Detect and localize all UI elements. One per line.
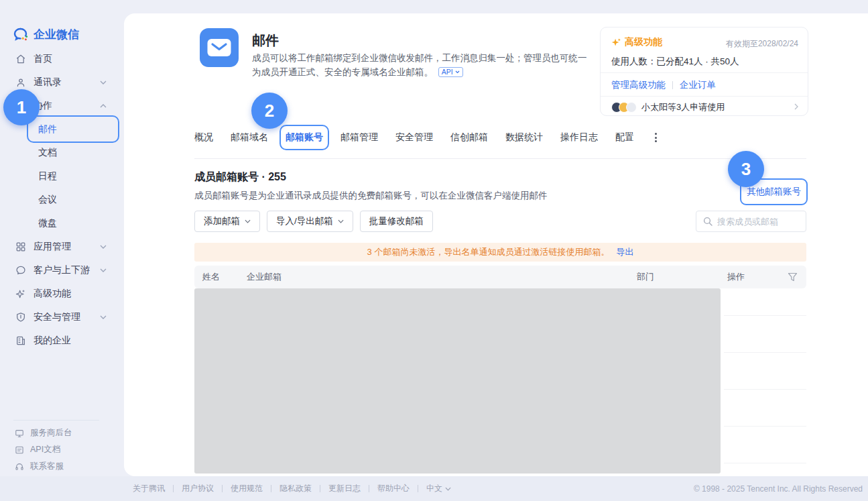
copyright-text: © 1998 - 2025 Tencent Inc. All Rights Re… bbox=[694, 484, 863, 494]
import-export-button[interactable]: 导入/导出邮箱 bbox=[267, 211, 353, 232]
footer-link-usage-rules[interactable]: 使用规范 bbox=[231, 483, 263, 494]
column-name: 姓名 bbox=[202, 266, 220, 288]
batch-edit-label: 批量修改邮箱 bbox=[369, 215, 424, 227]
search-input[interactable] bbox=[717, 217, 799, 227]
document-icon bbox=[15, 445, 24, 455]
sidebar-item-docs[interactable]: 文档 bbox=[0, 141, 124, 164]
api-badge[interactable]: API bbox=[438, 67, 463, 77]
footer-link-about-tencent[interactable]: 关于腾讯 bbox=[133, 483, 165, 494]
api-badge-label: API bbox=[442, 65, 453, 79]
sidebar-item-label: API文档 bbox=[30, 444, 60, 455]
chevron-right-icon bbox=[794, 103, 798, 110]
sidebar-item-customers[interactable]: 客户与上下游 bbox=[0, 258, 124, 282]
page-description-text: 成员可以将工作邮箱绑定到企业微信收发邮件，工作消息归集一处；管理员也可统一为成员… bbox=[252, 53, 587, 77]
batch-edit-button[interactable]: 批量修改邮箱 bbox=[360, 211, 433, 232]
page-footer: 关于腾讯 用户协议 使用规范 隐私政策 更新日志 帮助中心 中文 © 1998 … bbox=[0, 476, 868, 501]
sidebar-divider bbox=[13, 420, 99, 421]
company-order-link[interactable]: 企业订单 bbox=[680, 79, 716, 91]
sidebar-item-meeting[interactable]: 会议 bbox=[0, 188, 124, 211]
other-mail-accounts-label: 其他邮箱账号 bbox=[747, 186, 801, 198]
tabs-divider bbox=[194, 158, 806, 159]
sidebar-item-drive[interactable]: 微盘 bbox=[0, 211, 124, 235]
footer-link-help-center[interactable]: 帮助中心 bbox=[377, 483, 410, 494]
link-separator bbox=[672, 81, 673, 89]
sidebar-item-label: 应用管理 bbox=[34, 241, 71, 253]
tab-operation-log[interactable]: 操作日志 bbox=[560, 131, 598, 144]
annotation-marker-3: 3 bbox=[728, 151, 764, 187]
sidebar-item-label: 邮件 bbox=[38, 123, 57, 135]
tab-overview[interactable]: 概况 bbox=[194, 131, 213, 144]
premium-feature-label: 高级功能 bbox=[625, 36, 662, 48]
sidebar-item-label: 高级功能 bbox=[34, 288, 71, 300]
sidebar-item-my-company[interactable]: 我的企业 bbox=[0, 329, 124, 352]
filter-funnel-icon[interactable] bbox=[788, 272, 798, 282]
search-box bbox=[696, 211, 806, 232]
column-department: 部门 bbox=[637, 266, 654, 288]
validity-date: 有效期至2028/02/24 bbox=[726, 38, 798, 50]
language-selector[interactable]: 中文 bbox=[426, 483, 451, 494]
main-content: 邮件 成员可以将工作邮箱绑定到企业微信收发邮件，工作消息归集一处；管理员也可统一… bbox=[124, 13, 868, 476]
table-row-divider bbox=[724, 352, 806, 353]
sidebar-item-label: 文档 bbox=[38, 147, 57, 159]
sidebar-item-security-manage[interactable]: 安全与管理 bbox=[0, 305, 124, 329]
column-company-email: 企业邮箱 bbox=[247, 266, 282, 288]
usage-count: 使用人数：已分配41人 · 共50人 bbox=[611, 56, 739, 68]
tab-data-stats[interactable]: 数据统计 bbox=[505, 131, 543, 144]
search-icon bbox=[703, 217, 712, 226]
promo-divider bbox=[601, 96, 808, 97]
mail-app-icon bbox=[200, 28, 239, 67]
sidebar-item-premium-features[interactable]: 高级功能 bbox=[0, 282, 124, 305]
sidebar-item-label: 我的企业 bbox=[34, 335, 71, 347]
promo-links: 管理高级功能 企业订单 bbox=[611, 79, 716, 91]
sidebar-item-label: 微盘 bbox=[38, 217, 57, 229]
chevron-down-icon bbox=[245, 219, 251, 223]
footer-link-privacy-policy[interactable]: 隐私政策 bbox=[280, 483, 312, 494]
annotation-marker-2: 2 bbox=[251, 93, 288, 129]
redacted-table-content bbox=[194, 288, 721, 474]
column-actions: 操作 bbox=[727, 266, 745, 288]
tab-mail-manage[interactable]: 邮箱管理 bbox=[340, 131, 378, 144]
premium-star-icon bbox=[611, 38, 621, 48]
wecom-admin-page: 企业微信 首页 通讯录 协作 邮件 文档 日程 会议 微盘 bbox=[0, 0, 868, 501]
sidebar-item-api-docs[interactable]: API文档 bbox=[0, 441, 124, 458]
sidebar-item-label: 日程 bbox=[38, 170, 57, 182]
footer-separator bbox=[271, 485, 271, 492]
activation-notice-bar: 3 个邮箱尚未激活，导出名单通知成员通过激活链接使用邮箱。 导出 bbox=[194, 243, 806, 262]
manage-premium-link[interactable]: 管理高级功能 bbox=[611, 79, 666, 91]
tabs-more-icon[interactable] bbox=[652, 131, 660, 144]
premium-feature-card: 高级功能 有效期至2028/02/24 使用人数：已分配41人 · 共50人 管… bbox=[600, 27, 808, 116]
wecom-logo-icon bbox=[13, 27, 29, 42]
tab-xinchuang-mail[interactable]: 信创邮箱 bbox=[450, 131, 488, 144]
chevron-up-icon bbox=[100, 104, 107, 108]
chevron-down-icon bbox=[445, 487, 451, 491]
tab-mail-account[interactable]: 邮箱账号 bbox=[286, 131, 323, 144]
sidebar-item-home[interactable]: 首页 bbox=[0, 47, 124, 70]
sparkle-icon bbox=[15, 288, 26, 299]
sidebar-item-label: 通讯录 bbox=[34, 76, 62, 89]
wecom-logo[interactable]: 企业微信 bbox=[13, 27, 79, 42]
language-label: 中文 bbox=[426, 483, 442, 494]
add-mailbox-button[interactable]: 添加邮箱 bbox=[194, 211, 260, 232]
sidebar-item-label: 首页 bbox=[34, 53, 52, 65]
tab-security-manage[interactable]: 安全管理 bbox=[395, 131, 433, 144]
apps-grid-icon bbox=[15, 241, 26, 252]
annotation-marker-1: 1 bbox=[3, 89, 40, 125]
premium-feature-title: 高级功能 bbox=[611, 36, 662, 48]
export-link[interactable]: 导出 bbox=[616, 246, 633, 258]
mail-tabs: 概况 邮箱域名 邮箱账号 邮箱管理 安全管理 信创邮箱 数据统计 操作日志 配置 bbox=[194, 127, 660, 148]
chevron-down-icon bbox=[100, 80, 107, 85]
usage-request-row[interactable]: 小太阳等3人申请使用 bbox=[611, 101, 725, 113]
tab-config[interactable]: 配置 bbox=[615, 131, 634, 144]
chevron-down-icon bbox=[100, 245, 107, 249]
headset-icon bbox=[15, 462, 24, 471]
footer-link-user-agreement[interactable]: 用户协议 bbox=[182, 483, 214, 494]
sidebar-item-app-manage[interactable]: 应用管理 bbox=[0, 235, 124, 258]
sidebar-item-contact-support[interactable]: 联系客服 bbox=[0, 458, 124, 475]
shield-icon bbox=[15, 311, 26, 323]
footer-link-changelog[interactable]: 更新日志 bbox=[328, 483, 361, 494]
sidebar-item-schedule[interactable]: 日程 bbox=[0, 164, 124, 188]
sidebar-item-provider-console[interactable]: 服务商后台 bbox=[0, 425, 124, 441]
tab-mail-domain[interactable]: 邮箱域名 bbox=[231, 131, 268, 144]
chevron-down-icon bbox=[455, 70, 460, 74]
footer-separator bbox=[418, 485, 418, 492]
